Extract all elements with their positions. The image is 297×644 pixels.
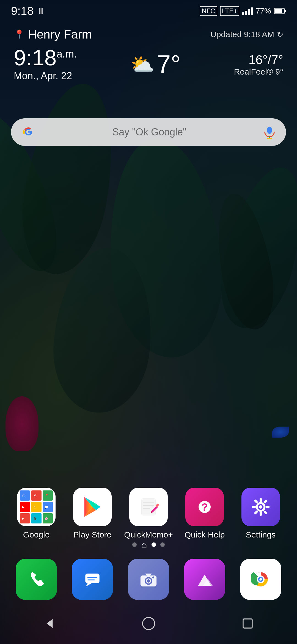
main-time: 9:18a.m. xyxy=(14,47,77,69)
nav-bar xyxy=(0,603,297,644)
youtube-icon: ▶ xyxy=(20,502,30,512)
settings-label: Settings xyxy=(246,530,276,539)
svg-rect-23 xyxy=(142,499,155,515)
svg-text:▶: ▶ xyxy=(22,517,24,520)
main-date: Mon., Apr. 22 xyxy=(14,70,77,82)
app-play-store[interactable]: Play Store xyxy=(70,488,114,539)
app-quickmemo[interactable]: QuickMemo+ xyxy=(127,488,170,539)
refresh-icon[interactable]: ↻ xyxy=(277,30,283,39)
nav-back[interactable] xyxy=(38,612,61,634)
status-time: 9:18 xyxy=(11,4,34,18)
play-store-icon xyxy=(73,488,112,526)
svg-text:▶: ▶ xyxy=(22,506,24,509)
svg-text:G: G xyxy=(22,494,25,498)
dock-camera[interactable] xyxy=(128,559,169,600)
location-left: 📍 Henry Farm xyxy=(14,28,92,41)
app-row: G M 📍 ▶ △ 💬 ▶ 🎥 🌸 xyxy=(0,488,297,539)
dock-lg[interactable] xyxy=(184,559,225,600)
svg-marker-56 xyxy=(46,619,53,628)
voicemail-icon: ⏸ xyxy=(37,6,45,16)
weather-location-row: 📍 Henry Farm Updated 9:18 AM ↻ xyxy=(14,28,283,41)
status-icons-right: NFC LTE+ 77% xyxy=(200,6,286,16)
nfc-icon: NFC xyxy=(200,6,217,16)
settings-icon xyxy=(241,488,280,526)
maps-icon: 📍 xyxy=(43,490,53,501)
drive-icon: △ xyxy=(31,502,41,512)
app-google-folder[interactable]: G M 📍 ▶ △ 💬 ▶ 🎥 🌸 xyxy=(14,488,58,539)
svg-rect-37 xyxy=(263,499,268,504)
app-settings[interactable]: Settings xyxy=(239,488,283,539)
play-icon: ▶ xyxy=(20,513,30,523)
svg-rect-36 xyxy=(254,499,258,504)
cloud-icon: ⛅ xyxy=(130,53,154,76)
hangouts-icon: 💬 xyxy=(43,502,53,512)
updated-text: Updated 9:18 AM ↻ xyxy=(210,30,283,39)
dock xyxy=(0,559,297,600)
svg-text:M: M xyxy=(34,494,36,498)
battery-text: 77% xyxy=(256,7,271,15)
svg-rect-58 xyxy=(243,619,252,628)
svg-point-47 xyxy=(147,579,150,583)
svg-text:△: △ xyxy=(34,506,35,509)
dock-phone[interactable] xyxy=(16,559,57,600)
home-dot: ⌂ xyxy=(141,539,147,550)
lte-icon: LTE+ xyxy=(220,6,239,16)
status-bar: 9:18 ⏸ NFC LTE+ 77% xyxy=(0,0,297,22)
svg-point-31 xyxy=(259,505,262,509)
svg-rect-33 xyxy=(260,512,262,516)
svg-rect-0 xyxy=(242,12,244,15)
photos-icon: 🌸 xyxy=(43,513,53,523)
dock-chrome[interactable] xyxy=(240,559,281,600)
quickmemo-label: QuickMemo+ xyxy=(124,530,173,539)
search-bar-container[interactable]: Say "Ok Google" xyxy=(11,118,286,146)
weather-details: 16°/7° RealFeel® 9° xyxy=(234,52,283,77)
weather-widget: 📍 Henry Farm Updated 9:18 AM ↻ 9:18a.m. … xyxy=(0,22,297,87)
gmail-icon: M xyxy=(31,490,41,501)
svg-rect-32 xyxy=(260,498,262,502)
svg-point-48 xyxy=(152,577,154,578)
weather-condition: ⛅ 7° xyxy=(130,50,181,78)
nav-recents[interactable] xyxy=(237,612,258,634)
mic-icon[interactable] xyxy=(263,125,276,139)
butterfly-decoration xyxy=(272,427,289,438)
real-feel: RealFeel® 9° xyxy=(234,67,283,77)
current-temperature: 7° xyxy=(157,50,181,78)
svg-rect-5 xyxy=(284,10,286,12)
svg-rect-7 xyxy=(267,127,272,134)
nav-home[interactable] xyxy=(138,612,160,634)
google-logo xyxy=(21,124,36,140)
svg-rect-6 xyxy=(274,9,282,13)
svg-rect-40 xyxy=(85,574,99,583)
battery-icon xyxy=(274,7,286,15)
svg-rect-2 xyxy=(248,9,250,15)
datetime-col: 9:18a.m. Mon., Apr. 22 xyxy=(14,47,77,82)
dock-messages[interactable] xyxy=(72,559,113,600)
svg-rect-34 xyxy=(252,506,256,508)
search-placeholder: Say "Ok Google" xyxy=(42,126,257,138)
svg-point-57 xyxy=(142,617,155,629)
page-indicators: ⌂ xyxy=(0,539,297,550)
google-icon: G xyxy=(20,490,30,501)
svg-text:?: ? xyxy=(201,501,208,513)
svg-rect-39 xyxy=(263,510,268,515)
svg-rect-35 xyxy=(266,506,270,508)
svg-text:💬: 💬 xyxy=(45,505,48,509)
svg-marker-45 xyxy=(145,574,152,575)
page-dot-1 xyxy=(132,542,137,547)
app-quick-help[interactable]: ? Quick Help xyxy=(183,488,227,539)
search-bar[interactable]: Say "Ok Google" xyxy=(11,118,286,146)
svg-text:🎥: 🎥 xyxy=(34,517,37,520)
flower-decoration xyxy=(6,396,38,451)
location-pin-icon: 📍 xyxy=(14,29,25,40)
svg-rect-3 xyxy=(251,7,253,15)
hi-lo-temp: 16°/7° xyxy=(249,52,283,67)
quickmemo-icon xyxy=(129,488,168,526)
svg-marker-41 xyxy=(86,583,92,586)
page-dot-2[interactable] xyxy=(152,542,156,547)
location-name: Henry Farm xyxy=(28,28,92,41)
quick-help-icon: ? xyxy=(185,488,224,526)
play-store-label: Play Store xyxy=(73,530,111,539)
signal-icon xyxy=(242,7,253,15)
google-folder-icon: G M 📍 ▶ △ 💬 ▶ 🎥 🌸 xyxy=(17,488,56,526)
quick-help-label: Quick Help xyxy=(185,530,225,539)
